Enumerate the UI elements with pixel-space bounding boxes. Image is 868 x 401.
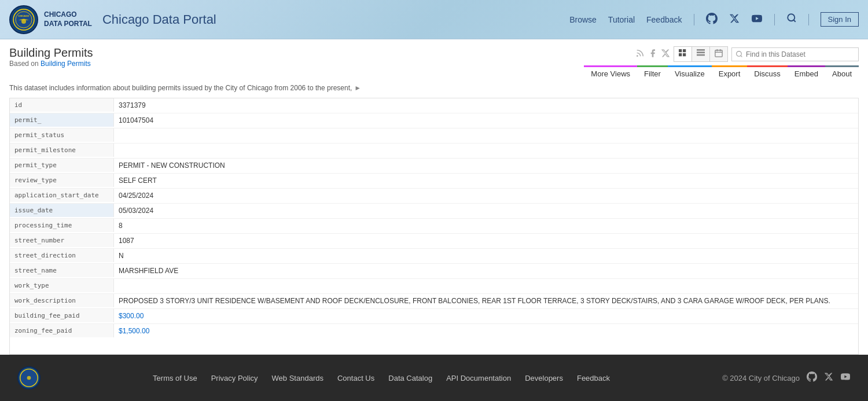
facebook-icon[interactable] xyxy=(648,49,657,60)
footer-link[interactable]: Developers xyxy=(525,374,563,382)
table-row: street_number1087 xyxy=(10,234,858,249)
field-value: PERMIT - NEW CONSTRUCTION xyxy=(114,159,858,172)
table-row: zoning_fee_paid$1,500.00 xyxy=(10,324,858,339)
feedback-link[interactable]: Feedback xyxy=(646,15,682,24)
field-value: $1,500.00 xyxy=(114,324,858,338)
calendar-view-button[interactable] xyxy=(710,47,727,61)
field-name: work_type xyxy=(10,279,114,292)
svg-point-4 xyxy=(788,14,795,21)
footer-logo xyxy=(17,366,41,389)
description-row: This dataset includes information about … xyxy=(9,84,859,92)
tab-more-views[interactable]: More Views xyxy=(584,65,637,80)
footer-link[interactable]: Terms of Use xyxy=(153,374,197,382)
field-value: MARSHFIELD AVE xyxy=(114,264,858,278)
footer-github-icon[interactable] xyxy=(807,371,817,384)
table-row: issue_date05/03/2024 xyxy=(10,204,858,219)
table-row: work_descriptionPROPOSED 3 STORY/3 UNIT … xyxy=(10,294,858,309)
main-content: Building Permits Based on Building Permi… xyxy=(0,39,868,355)
table-row: street_directionN xyxy=(10,249,858,264)
field-name: permit_status xyxy=(10,128,114,142)
rss-icon[interactable] xyxy=(635,49,645,60)
field-name: review_type xyxy=(10,174,114,187)
footer-link[interactable]: API Documentation xyxy=(446,374,511,382)
twitter-icon[interactable] xyxy=(661,49,670,60)
github-icon[interactable] xyxy=(706,13,718,26)
header-nav: Browse Tutorial Feedback Sign In xyxy=(569,12,859,27)
table-row: street_nameMARSHFIELD AVE xyxy=(10,264,858,279)
field-name: id xyxy=(10,98,114,112)
browse-link[interactable]: Browse xyxy=(569,15,597,24)
svg-rect-9 xyxy=(683,53,686,56)
field-value: 04/25/2024 xyxy=(114,189,858,203)
twitter-x-icon[interactable] xyxy=(729,13,740,25)
field-value: 101047504 xyxy=(114,113,858,127)
field-value: 05/03/2024 xyxy=(114,204,858,218)
table-row: permit_typePERMIT - NEW CONSTRUCTION xyxy=(10,159,858,174)
field-name: permit_ xyxy=(10,113,114,127)
field-value xyxy=(114,128,858,134)
toolbar-top xyxy=(635,46,859,62)
field-name: work_description xyxy=(10,294,114,307)
logo-area: CHICAGO CHICAGO DATA PORTAL Chicago Data… xyxy=(9,5,216,34)
field-name: street_number xyxy=(10,234,114,247)
tab-discuss[interactable]: Discuss xyxy=(747,65,788,80)
tutorial-link[interactable]: Tutorial xyxy=(608,15,635,24)
field-name: street_direction xyxy=(10,249,114,262)
table-view-button[interactable] xyxy=(692,47,710,61)
field-value: $300.00 xyxy=(114,309,858,323)
footer-link[interactable]: Feedback xyxy=(577,374,610,382)
dataset-based-on: Based on Building Permits xyxy=(9,60,93,68)
logo-text: CHICAGO DATA PORTAL xyxy=(44,10,92,28)
footer-link[interactable]: Data Catalog xyxy=(388,374,432,382)
nav-divider xyxy=(694,14,694,25)
copyright: © 2024 City of Chicago xyxy=(722,374,800,382)
tab-filter[interactable]: Filter xyxy=(637,65,668,80)
dataset-title-area: Building Permits Based on Building Permi… xyxy=(9,46,93,68)
svg-rect-11 xyxy=(697,51,705,53)
svg-point-5 xyxy=(637,56,638,56)
svg-point-18 xyxy=(27,376,31,380)
svg-rect-12 xyxy=(697,54,705,56)
expand-description-icon[interactable]: ► xyxy=(354,84,361,92)
find-input[interactable] xyxy=(731,47,859,61)
field-name: issue_date xyxy=(10,204,114,217)
youtube-icon[interactable] xyxy=(751,13,763,25)
footer-twitter-icon[interactable] xyxy=(824,372,833,384)
table-row: permit_101047504 xyxy=(10,113,858,128)
field-value xyxy=(114,144,858,149)
toolbar-area: More Views Filter Visualize Export Discu… xyxy=(584,46,859,80)
table-row: review_typeSELF CERT xyxy=(10,174,858,189)
site-title: Chicago Data Portal xyxy=(102,12,216,27)
tab-embed[interactable]: Embed xyxy=(788,65,825,80)
footer-link[interactable]: Privacy Policy xyxy=(211,374,258,382)
footer-youtube-icon[interactable] xyxy=(840,372,851,384)
svg-rect-7 xyxy=(683,49,686,52)
toolbar-tabs: More Views Filter Visualize Export Discu… xyxy=(584,65,859,80)
field-value: 3371379 xyxy=(114,98,858,112)
tab-visualize[interactable]: Visualize xyxy=(668,65,712,80)
footer-link[interactable]: Contact Us xyxy=(337,374,374,382)
footer-link[interactable]: Web Standards xyxy=(272,374,323,382)
search-button[interactable] xyxy=(786,13,797,26)
dataset-header: Building Permits Based on Building Permi… xyxy=(9,46,859,80)
based-on-link[interactable]: Building Permits xyxy=(41,60,91,68)
tab-about[interactable]: About xyxy=(825,65,859,80)
sign-in-button[interactable]: Sign In xyxy=(821,12,859,27)
field-name: processing_time xyxy=(10,219,114,232)
site-footer: Terms of UsePrivacy PolicyWeb StandardsC… xyxy=(0,355,868,401)
grid-view-button[interactable] xyxy=(674,47,692,61)
table-row: application_start_date04/25/2024 xyxy=(10,189,858,204)
field-value xyxy=(114,279,858,285)
table-row: id3371379 xyxy=(10,98,858,113)
table-row: processing_time8 xyxy=(10,219,858,234)
field-name: permit_type xyxy=(10,159,114,172)
tab-export[interactable]: Export xyxy=(712,65,748,80)
svg-rect-10 xyxy=(697,49,705,51)
svg-rect-8 xyxy=(679,53,682,56)
view-toggle xyxy=(674,46,728,62)
svg-point-3 xyxy=(21,19,26,24)
field-name: zoning_fee_paid xyxy=(10,324,114,337)
nav-divider-2 xyxy=(774,14,775,25)
footer-links: Terms of UsePrivacy PolicyWeb StandardsC… xyxy=(41,374,722,382)
record-view: id3371379permit_101047504permit_statuspe… xyxy=(9,98,859,355)
